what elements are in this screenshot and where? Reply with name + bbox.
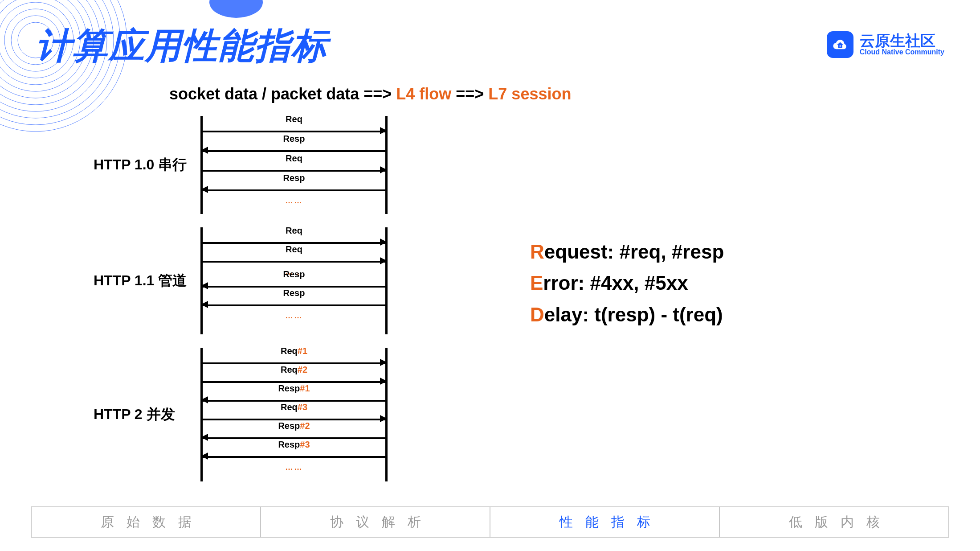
pipeline-text: socket data / packet data ==> L4 flow ==… <box>169 85 571 103</box>
seq-http11: Req Req …… Resp Resp …… <box>200 227 388 334</box>
arrow-resp: Resp <box>202 298 386 311</box>
cloud-house-icon <box>827 31 853 58</box>
tab-raw-data[interactable]: 原始数据 <box>31 506 261 538</box>
sequence-diagrams: HTTP 1.0 串行 Req Resp Req Resp …… HTTP 1.… <box>94 116 388 481</box>
section-label: HTTP 1.1 管道 <box>94 271 200 291</box>
metric-error: Error: #4xx, #5xx <box>530 267 724 299</box>
section-label: HTTP 2 并发 <box>94 405 200 424</box>
metric-delay: Delay: t(resp) - t(req) <box>530 299 724 330</box>
bottom-tabs: 原始数据 协议解析 性能指标 低版内核 <box>31 506 949 538</box>
decorative-blob <box>209 0 263 18</box>
ellipsis: …… <box>200 196 388 205</box>
tab-low-kernel[interactable]: 低版内核 <box>719 506 949 538</box>
brand-logo: 云原生社区 Cloud Native Community <box>827 31 944 58</box>
svg-point-12 <box>839 45 841 47</box>
arrow-req: Req <box>202 254 386 267</box>
seq-http10: Req Resp Req Resp …… <box>200 116 388 214</box>
logo-text-en: Cloud Native Community <box>860 49 944 56</box>
section-http10: HTTP 1.0 串行 Req Resp Req Resp …… <box>94 116 388 214</box>
seq-http2: Req#1 Req#2 Resp#1 Req#3 Resp#2 Resp#3 …… <box>200 348 388 481</box>
tab-perf-metrics[interactable]: 性能指标 <box>490 506 719 538</box>
red-metrics: Request: #req, #resp Error: #4xx, #5xx D… <box>530 236 724 330</box>
section-label: HTTP 1.0 串行 <box>94 155 200 175</box>
arrow-resp: Resp <box>202 183 386 196</box>
metric-request: Request: #req, #resp <box>530 236 724 267</box>
ellipsis: …… <box>200 463 388 472</box>
arrow-resp3: Resp#3 <box>202 449 386 463</box>
slide-title: 计算应用性能指标 <box>36 22 328 70</box>
logo-text-cn: 云原生社区 <box>860 33 944 49</box>
ellipsis: …… <box>200 311 388 320</box>
section-http11: HTTP 1.1 管道 Req Req …… Resp Resp …… <box>94 227 388 334</box>
tab-protocol-parse[interactable]: 协议解析 <box>261 506 490 538</box>
section-http2: HTTP 2 并发 Req#1 Req#2 Resp#1 Req#3 Resp#… <box>94 348 388 481</box>
